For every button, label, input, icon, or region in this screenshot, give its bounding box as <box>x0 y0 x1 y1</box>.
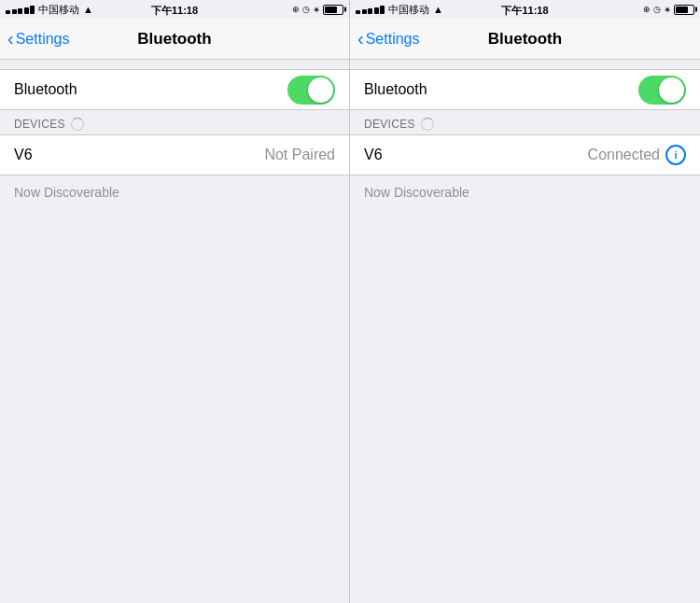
status-left-left: 中国移动 ▲ <box>6 3 93 17</box>
wifi-icon-right: ▲ <box>433 4 443 15</box>
device-name-left: V6 <box>14 147 33 163</box>
signal-dot-r1 <box>356 10 360 14</box>
device-status-text-right: Connected <box>588 147 660 163</box>
battery-right <box>674 5 694 15</box>
bluetooth-toggle-right[interactable] <box>638 76 686 105</box>
device-row-right[interactable]: V6 Connected i <box>350 134 700 175</box>
back-label-left: Settings <box>16 31 70 48</box>
signal-dot-2 <box>12 9 17 14</box>
chevron-left: ‹ <box>7 29 14 48</box>
info-icon-right: i <box>674 150 677 161</box>
bluetooth-toggle-left[interactable] <box>287 76 335 105</box>
back-button-right[interactable]: ‹ Settings <box>357 30 419 48</box>
devices-header-left: DEVICES <box>0 110 349 134</box>
info-button-right[interactable]: i <box>665 145 686 165</box>
bluetooth-icon-right: ✴ <box>664 5 671 15</box>
signal-dot-r3 <box>368 8 372 14</box>
status-right-left: ⊕ ◷ ✴ <box>292 5 343 15</box>
wifi-icon-left: ▲ <box>83 4 93 15</box>
nav-bar-right: ‹ Settings Bluetooth <box>350 19 700 60</box>
device-status-text-left: Not Paired <box>264 147 335 163</box>
page-title-left: Bluetooth <box>137 30 211 49</box>
status-bar-right: 中国移动 ▲ 下午11:18 ⊕ ◷ ✴ <box>350 0 700 19</box>
page-title-right: Bluetooth <box>488 30 562 49</box>
signal-dots-right <box>356 6 385 14</box>
signal-dot-4 <box>24 7 29 14</box>
bluetooth-label-right: Bluetooth <box>364 81 427 98</box>
spinner-left <box>71 118 84 131</box>
time-right: 下午11:18 <box>501 1 548 18</box>
content-area-left <box>0 209 349 603</box>
back-button-left[interactable]: ‹ Settings <box>7 30 69 48</box>
discoverable-left: Now Discoverable <box>0 175 349 209</box>
back-label-right: Settings <box>366 31 420 48</box>
carrier-left: 中国移动 <box>38 3 79 17</box>
devices-label-right: DEVICES <box>364 118 415 131</box>
signal-dot-r4 <box>374 7 379 14</box>
devices-label-left: DEVICES <box>14 118 65 131</box>
device-row-left[interactable]: V6 Not Paired <box>0 134 349 175</box>
alarm-icon-right: ◷ <box>653 5 661 14</box>
device-status-right: Connected i <box>588 145 686 165</box>
status-left-right: 中国移动 ▲ <box>356 3 443 17</box>
discoverable-right: Now Discoverable <box>350 175 700 209</box>
spacer-left-1 <box>0 60 349 69</box>
battery-fill-left <box>325 7 337 13</box>
signal-dot-r5 <box>380 6 385 14</box>
spacer-right-1 <box>350 60 700 69</box>
device-name-right: V6 <box>364 147 383 163</box>
chevron-right: ‹ <box>357 29 364 48</box>
signal-dot-3 <box>18 8 22 14</box>
signal-dot-1 <box>6 10 10 14</box>
bluetooth-toggle-row-left: Bluetooth <box>0 69 349 110</box>
alarm-icon-left: ◷ <box>302 5 310 14</box>
nav-bar-left: ‹ Settings Bluetooth <box>0 19 349 60</box>
location-icon-left: ⊕ <box>292 5 300 14</box>
status-right-right: ⊕ ◷ ✴ <box>643 5 694 15</box>
bluetooth-icon-left: ✴ <box>313 5 320 15</box>
toggle-knob-left <box>308 77 333 103</box>
bluetooth-toggle-row-right: Bluetooth <box>350 69 700 110</box>
toggle-knob-right <box>659 77 684 103</box>
spinner-right <box>421 118 434 131</box>
battery-left <box>323 5 343 15</box>
device-status-left: Not Paired <box>264 147 335 163</box>
status-bar-left: 中国移动 ▲ 下午11:18 ⊕ ◷ ✴ <box>0 0 349 19</box>
battery-fill-right <box>676 7 688 13</box>
location-icon-right: ⊕ <box>643 5 651 14</box>
signal-dot-5 <box>30 6 35 14</box>
right-panel: 中国移动 ▲ 下午11:18 ⊕ ◷ ✴ ‹ Settings Bluetoot… <box>350 0 700 603</box>
devices-header-right: DEVICES <box>350 110 700 134</box>
left-panel: 中国移动 ▲ 下午11:18 ⊕ ◷ ✴ ‹ Settings Bluetoot… <box>0 0 350 603</box>
time-left: 下午11:18 <box>151 1 198 18</box>
signal-dots-left <box>6 6 35 14</box>
content-area-right <box>350 209 700 603</box>
carrier-right: 中国移动 <box>388 3 429 17</box>
signal-dot-r2 <box>362 9 367 14</box>
bluetooth-label-left: Bluetooth <box>14 81 77 98</box>
